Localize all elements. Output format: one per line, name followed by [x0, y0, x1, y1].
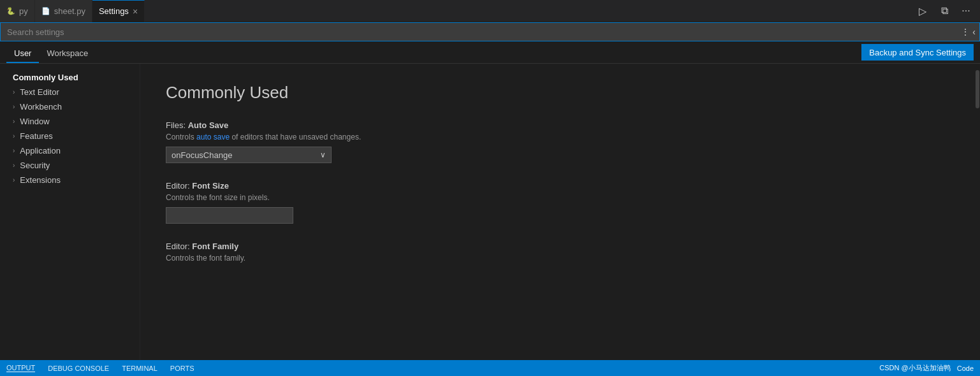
chevron-icon: › — [13, 103, 15, 110]
search-bar: ⋮ ‹ — [0, 22, 980, 41]
close-icon[interactable]: × — [133, 7, 138, 16]
user-tab-label: User — [14, 48, 31, 58]
setting-desc-auto-save: Controls auto save of editors that have … — [166, 133, 949, 141]
scrollbar-thumb[interactable] — [976, 70, 979, 108]
settings-content: Commonly Used Files: Auto Save Controls … — [140, 64, 975, 360]
bottom-bar-output[interactable]: OUTPUT — [6, 364, 35, 372]
setting-label-font-family: Editor: Font Family — [166, 242, 949, 251]
tab-sheet-py-label: sheet.py — [54, 6, 85, 16]
auto-save-link[interactable]: auto save — [196, 133, 230, 141]
chevron-down-icon: ∨ — [320, 150, 326, 159]
search-icons: ⋮ ‹ — [961, 27, 979, 37]
bottom-bar-right: CSDN @小马达加油鸭 Code — [879, 363, 974, 373]
bottom-bar-csdn-text: CSDN @小马达加油鸭 — [879, 363, 950, 373]
tab-py-label: py — [19, 6, 28, 16]
collapse-icon[interactable]: ‹ — [972, 27, 976, 37]
tab-actions: ▷ ⧉ ··· — [914, 2, 980, 20]
chevron-icon: › — [13, 162, 15, 169]
bottom-bar-ports[interactable]: PORTS — [170, 365, 194, 372]
workspace-tab-label: Workspace — [47, 48, 88, 58]
sidebar-item-label: Application — [20, 146, 61, 155]
sidebar-item-security[interactable]: › Security — [0, 158, 140, 173]
tab-sheet-py[interactable]: 📄 sheet.py — [35, 0, 92, 22]
chevron-icon: › — [13, 147, 15, 154]
tab-user[interactable]: User — [6, 45, 39, 63]
bottom-bar-code-label: Code — [957, 365, 974, 372]
sidebar-item-label: Extensions — [20, 175, 61, 185]
more-actions-button[interactable]: ··· — [957, 2, 975, 20]
sidebar-item-label: Window — [20, 117, 49, 126]
tab-settings[interactable]: Settings × — [92, 0, 145, 22]
tab-bar: 🐍 py 📄 sheet.py Settings × ▷ ⧉ ··· — [0, 0, 980, 22]
sidebar-item-extensions[interactable]: › Extensions — [0, 173, 140, 187]
bottom-bar-terminal[interactable]: TERMINAL — [122, 365, 157, 372]
select-value: onFocusChange — [172, 150, 232, 160]
search-input[interactable] — [1, 23, 961, 41]
sidebar-item-features[interactable]: › Features — [0, 129, 140, 143]
setting-label-font-size: Editor: Font Size — [166, 181, 949, 191]
setting-auto-save: Files: Auto Save Controls auto save of e… — [166, 120, 949, 163]
sidebar-item-text-editor[interactable]: › Text Editor — [0, 85, 140, 99]
font-size-input[interactable]: 14 — [166, 207, 293, 224]
setting-font-size: Editor: Font Size Controls the font size… — [166, 181, 949, 224]
auto-save-select[interactable]: onFocusChange ∨ — [166, 147, 332, 163]
sidebar-item-label: Commonly Used — [13, 73, 78, 82]
sidebar-item-window[interactable]: › Window — [0, 114, 140, 129]
filter-icon[interactable]: ⋮ — [961, 27, 970, 37]
setting-label-auto-save: Files: Auto Save — [166, 120, 949, 130]
sidebar-item-commonly-used[interactable]: Commonly Used — [0, 70, 140, 85]
bottom-bar: OUTPUT DEBUG CONSOLE TERMINAL PORTS CSDN… — [0, 360, 980, 376]
setting-font-family: Editor: Font Family Controls the font fa… — [166, 242, 949, 263]
chevron-icon: › — [13, 89, 15, 96]
run-button[interactable]: ▷ — [914, 2, 932, 20]
sidebar-item-label: Security — [20, 161, 50, 170]
setting-desc-font-family: Controls the font family. — [166, 254, 949, 263]
py-icon: 🐍 — [6, 7, 15, 15]
setting-desc-font-size: Controls the font size in pixels. — [166, 193, 949, 202]
settings-title: Commonly Used — [166, 83, 949, 103]
tab-workspace[interactable]: Workspace — [39, 45, 96, 63]
main-wrapper: Commonly Used Files: Auto Save Controls … — [140, 64, 975, 360]
split-editor-button[interactable]: ⧉ — [935, 2, 953, 20]
sidebar-item-label: Features — [20, 131, 52, 141]
scrollbar-track[interactable] — [975, 64, 980, 360]
tab-settings-label: Settings — [99, 6, 129, 16]
backup-sync-button[interactable]: Backup and Sync Settings — [861, 44, 974, 61]
main-content: Commonly Used › Text Editor › Workbench … — [0, 64, 980, 360]
sidebar-item-label: Workbench — [20, 102, 62, 112]
chevron-icon: › — [13, 118, 15, 125]
bottom-bar-debug-console[interactable]: DEBUG CONSOLE — [48, 365, 109, 372]
sheet-icon: 📄 — [41, 7, 50, 15]
sidebar: Commonly Used › Text Editor › Workbench … — [0, 64, 140, 360]
settings-tabs: User Workspace Backup and Sync Settings — [0, 41, 980, 64]
sidebar-item-label: Text Editor — [20, 87, 59, 97]
chevron-icon: › — [13, 177, 15, 184]
sidebar-item-application[interactable]: › Application — [0, 143, 140, 158]
sidebar-item-workbench[interactable]: › Workbench — [0, 99, 140, 114]
chevron-icon: › — [13, 133, 15, 140]
tab-py[interactable]: 🐍 py — [0, 0, 35, 22]
